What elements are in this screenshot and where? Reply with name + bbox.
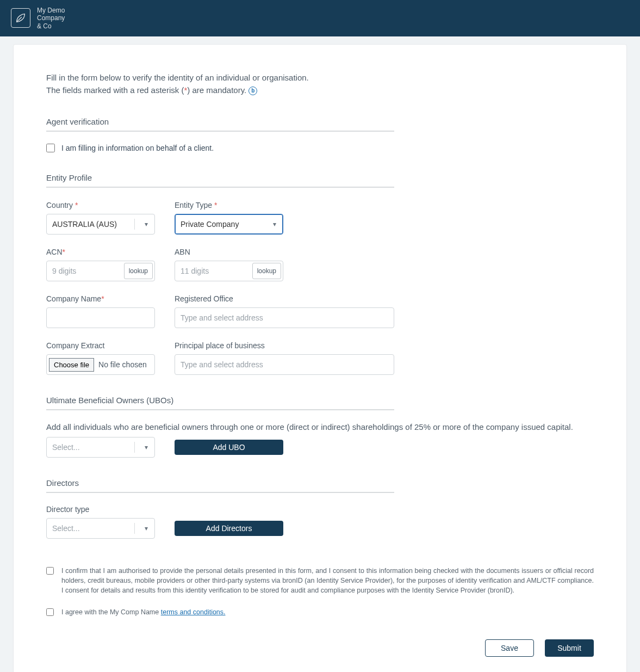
- acn-lookup-button[interactable]: lookup: [124, 263, 153, 279]
- registered-office-input[interactable]: [175, 307, 394, 328]
- intro-line-1: Fill in the form below to verify the ide…: [46, 72, 594, 84]
- entity-type-label: Entity Type *: [175, 201, 283, 209]
- info-icon[interactable]: b: [248, 87, 257, 95]
- consent-terms-text: I agree with the My Comp Name terms and …: [61, 607, 226, 617]
- section-ubo: Ultimate Beneficial Owners (UBOs): [46, 396, 394, 410]
- director-type-label: Director type: [46, 505, 394, 514]
- choose-file-button[interactable]: Choose file: [49, 358, 94, 372]
- save-button[interactable]: Save: [485, 639, 534, 657]
- add-ubo-button[interactable]: Add UBO: [175, 440, 283, 455]
- chevron-down-icon: ▾: [145, 220, 148, 228]
- acn-label: ACN*: [46, 248, 155, 256]
- behalf-of-client-checkbox[interactable]: [46, 144, 55, 152]
- company-name: My Demo Company & Co: [37, 7, 65, 30]
- principal-place-label: Principal place of business: [175, 341, 394, 350]
- file-status: No file chosen: [98, 360, 147, 369]
- form-card: Fill in the form below to verify the ide…: [13, 44, 627, 672]
- intro-text: Fill in the form below to verify the ide…: [46, 72, 594, 96]
- abn-lookup-button[interactable]: lookup: [252, 263, 281, 279]
- section-entity-profile: Entity Profile: [46, 173, 394, 188]
- principal-place-input[interactable]: [175, 354, 394, 375]
- chevron-down-icon: ▾: [145, 525, 148, 532]
- add-directors-button[interactable]: Add Directors: [175, 521, 283, 536]
- company-extract-file[interactable]: Choose file No file chosen: [46, 354, 155, 375]
- chevron-down-icon: ▾: [145, 443, 148, 451]
- entity-type-select[interactable]: Private Company ▾: [175, 214, 283, 235]
- company-name-label: Company Name*: [46, 294, 155, 303]
- consent-terms-checkbox[interactable]: [46, 608, 54, 616]
- intro-line-2: The fields marked with a red asterisk (*…: [46, 84, 594, 97]
- ubo-helper-text: Add all individuals who are beneficial o…: [46, 422, 594, 431]
- company-logo-icon: [11, 8, 30, 28]
- company-extract-label: Company Extract: [46, 341, 155, 350]
- app-header: My Demo Company & Co: [0, 0, 640, 36]
- director-type-select[interactable]: Select... ▾: [46, 518, 155, 539]
- terms-link[interactable]: terms and conditions.: [161, 608, 226, 616]
- logo: My Demo Company & Co: [11, 7, 65, 30]
- consent-authorised-checkbox[interactable]: [46, 567, 54, 575]
- abn-label: ABN: [175, 248, 283, 256]
- chevron-down-icon: ▾: [273, 220, 276, 228]
- country-label: Country *: [46, 201, 155, 209]
- ubo-select[interactable]: Select... ▾: [46, 437, 155, 458]
- company-name-input[interactable]: [46, 307, 155, 328]
- behalf-of-client-label: I am filling in information on behalf of…: [61, 144, 214, 152]
- section-agent-verification: Agent verification: [46, 117, 394, 132]
- consent-authorised-text: I confirm that I am authorised to provid…: [61, 566, 594, 595]
- registered-office-label: Registered Office: [175, 294, 394, 303]
- submit-button[interactable]: Submit: [545, 639, 594, 657]
- country-select[interactable]: AUSTRALIA (AUS) ▾: [46, 214, 155, 235]
- section-directors: Directors: [46, 478, 394, 493]
